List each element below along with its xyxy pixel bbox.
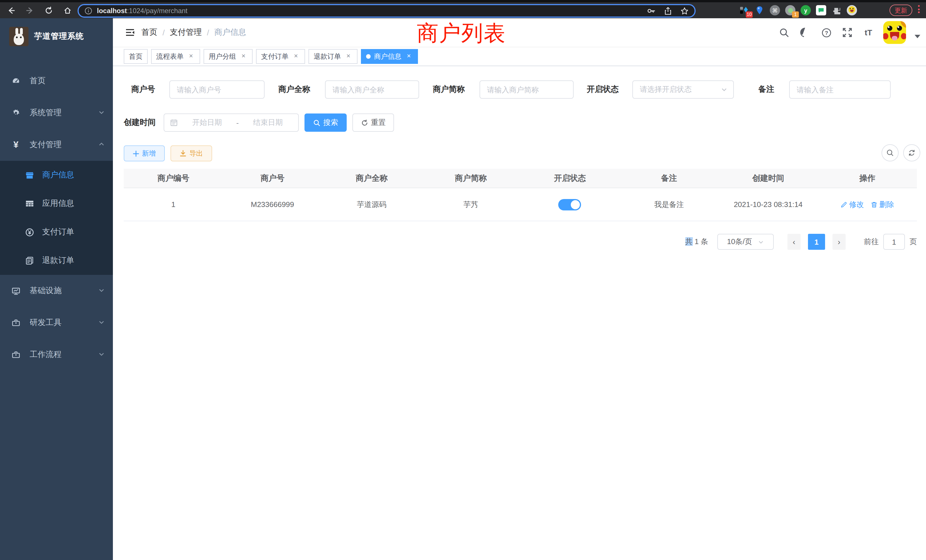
sidebar-item-pay-order[interactable]: 支付订单 [0, 218, 113, 246]
delete-link[interactable]: 删除 [871, 199, 894, 210]
breadcrumb-current: 商户信息 [214, 27, 246, 38]
extension-chat-icon[interactable] [816, 5, 826, 15]
filter-label: 商户全称 [278, 85, 310, 95]
tab-merchant-info[interactable]: 商户信息× [361, 49, 418, 64]
page-number-active[interactable]: 1 [808, 234, 825, 250]
col-header: 开启状态 [520, 173, 619, 183]
close-icon[interactable]: × [292, 53, 300, 61]
extension-pin-icon[interactable] [754, 5, 765, 15]
browser-reload-icon[interactable] [41, 4, 56, 17]
bookmark-star-icon[interactable] [680, 6, 689, 15]
remark-input[interactable] [789, 80, 891, 98]
sidebar-item-refund-order[interactable]: 退款订单 [0, 246, 113, 275]
documents-icon [25, 256, 34, 265]
sidebar-item-label: 首页 [30, 76, 105, 86]
cell-short-name: 芋艿 [421, 199, 520, 210]
pencil-icon [840, 201, 847, 208]
sidebar-item-label: 基础设施 [30, 286, 98, 296]
browser-chrome: localhost:1024/pay/merchant 10 [0, 0, 926, 18]
close-icon[interactable]: × [405, 53, 413, 61]
prev-page-button[interactable]: ‹ [787, 234, 800, 250]
extension-tabs-icon[interactable]: 10 [739, 5, 749, 15]
breadcrumb-pay[interactable]: 支付管理 [170, 27, 202, 38]
full-name-input[interactable] [325, 80, 419, 98]
tab-refund-order[interactable]: 退款订单× [309, 49, 357, 64]
tab-pay-order[interactable]: 支付订单× [256, 49, 305, 64]
user-avatar[interactable] [883, 21, 906, 44]
extension-badge-2: 1 [792, 11, 799, 18]
font-size-icon[interactable]: tT [862, 26, 875, 39]
extension-badge: 10 [746, 11, 753, 18]
filter-label: 商户号 [131, 85, 155, 95]
short-name-input[interactable] [480, 80, 573, 98]
browser-home-icon[interactable] [60, 4, 75, 17]
page-size-select[interactable]: 10条/页 [717, 234, 774, 250]
plus-icon [133, 150, 139, 157]
refresh-table-button[interactable] [903, 144, 920, 161]
browser-back-icon[interactable] [3, 4, 18, 17]
help-icon[interactable]: ? [820, 26, 832, 39]
sidebar-item-label: 支付管理 [30, 140, 98, 150]
sidebar-item-system[interactable]: 系统管理 [0, 97, 113, 129]
app-title: 芋道管理系统 [34, 31, 84, 42]
fullscreen-icon[interactable] [841, 26, 853, 39]
password-key-icon[interactable] [647, 6, 656, 15]
add-button[interactable]: 新增 [124, 145, 165, 161]
cell-create-time: 2021-10-23 08:31:14 [719, 200, 818, 209]
sidebar-item-devtools[interactable]: 研发工具 [0, 307, 113, 339]
close-icon[interactable]: × [187, 53, 195, 61]
screen: localhost:1024/pay/merchant 10 [0, 0, 926, 560]
avatar-caret-icon[interactable] [915, 35, 920, 38]
browser-menu-icon[interactable] [918, 5, 920, 13]
status-toggle[interactable] [558, 199, 581, 210]
sidebar-item-merchant-info[interactable]: 商户信息 [0, 161, 113, 189]
browser-forward-icon[interactable] [22, 4, 37, 17]
github-icon[interactable] [799, 26, 811, 39]
filter-full-name-label-wrap: 商户全称 [278, 80, 311, 98]
sidebar-item-pay[interactable]: ¥ 支付管理 [0, 129, 113, 161]
merchant-no-input[interactable] [169, 80, 265, 98]
sidebar-item-infra[interactable]: 基础设施 [0, 275, 113, 307]
goto-page-input[interactable] [883, 234, 905, 250]
tab-user-group[interactable]: 用户分组× [204, 49, 253, 64]
sidebar-item-home[interactable]: 首页 [0, 65, 113, 97]
sidebar-item-app-info[interactable]: 应用信息 [0, 189, 113, 218]
extensions-puzzle-icon[interactable] [831, 5, 841, 15]
close-icon[interactable]: × [239, 53, 247, 61]
extension-toolbar: 10 ⌘ 1 y [739, 3, 857, 17]
toolbox-icon [11, 318, 21, 327]
pagination-total: 共 1 条 [685, 237, 708, 247]
tab-home[interactable]: 首页 [124, 49, 148, 64]
refresh-icon [361, 119, 368, 126]
sidebar-item-label: 应用信息 [42, 198, 74, 209]
filter-remark [789, 80, 891, 98]
status-select[interactable]: 请选择开启状态 [632, 80, 734, 98]
reset-button[interactable]: 重置 [353, 114, 394, 132]
search-button[interactable]: 搜索 [304, 114, 346, 132]
extension-green-icon[interactable]: y [800, 5, 811, 15]
search-icon[interactable] [778, 26, 790, 39]
date-range-picker[interactable]: 开始日期 - 结束日期 [163, 114, 299, 132]
edit-link[interactable]: 修改 [840, 199, 864, 210]
sidebar-collapse-icon[interactable] [121, 23, 140, 42]
col-header: 商户全称 [322, 173, 421, 183]
col-header: 商户简称 [421, 173, 520, 183]
profile-avatar-icon[interactable] [847, 5, 857, 15]
app-logo[interactable]: 芋道管理系统 [0, 18, 113, 55]
share-icon[interactable] [664, 6, 672, 15]
next-page-button[interactable]: › [832, 234, 846, 250]
tab-process-form[interactable]: 流程表单× [151, 49, 200, 64]
extension-proxy-icon[interactable]: 1 [785, 5, 796, 15]
sidebar-item-workflow[interactable]: 工作流程 [0, 339, 113, 371]
export-button[interactable]: 导出 [171, 145, 212, 161]
extension-command-icon[interactable]: ⌘ [770, 5, 780, 15]
close-icon[interactable]: × [344, 53, 353, 61]
browser-update-button[interactable]: 更新 [890, 5, 912, 16]
site-info-icon[interactable] [85, 7, 92, 15]
yen-circle-icon [25, 227, 34, 237]
filter-label: 开启状态 [587, 85, 619, 95]
show-search-toggle-button[interactable] [882, 144, 899, 161]
breadcrumb-home[interactable]: 首页 [141, 27, 157, 38]
address-bar[interactable]: localhost:1024/pay/merchant [77, 4, 696, 18]
svg-text:?: ? [825, 30, 828, 36]
